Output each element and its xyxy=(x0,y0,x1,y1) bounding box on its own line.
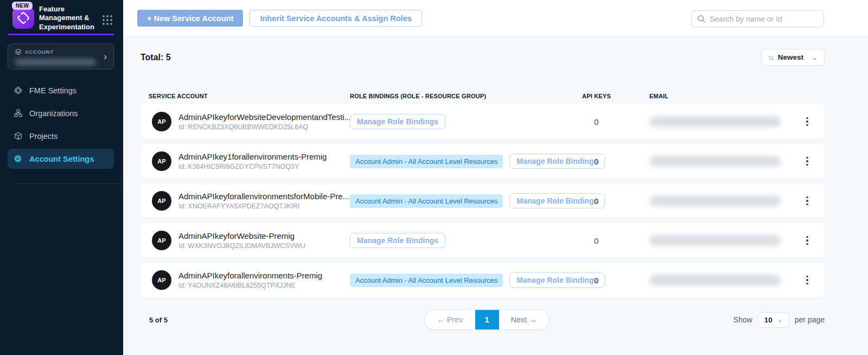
brand-header: NEW Feature Management & Experimentation xyxy=(0,0,123,34)
email-redacted xyxy=(649,116,781,127)
chevron-down-icon: ⌄ xyxy=(777,316,783,324)
sort-selected-value: Newest xyxy=(778,53,803,61)
service-account-id: Id: RENCKBZ3XQ6UBBWWEDKD25L6AQ xyxy=(178,123,350,131)
avatar: AP xyxy=(152,270,171,290)
search-box xyxy=(691,10,824,27)
role-badge: Account Admin - All Account Level Resour… xyxy=(350,194,503,208)
manage-role-bindings-button[interactable]: Manage Role Bindings xyxy=(350,114,445,129)
service-account-name: AdminAPIkeyforWebsiteDevelopmentandTesti… xyxy=(178,112,350,122)
new-service-account-button[interactable]: + New Service Account xyxy=(137,10,243,27)
avatar: AP xyxy=(152,191,171,211)
api-keys-count: 0 xyxy=(582,157,649,166)
page-size-control: Show 10 ⌄ per page xyxy=(550,312,825,328)
role-badge: Account Admin - All Account Level Resour… xyxy=(350,274,503,287)
chevron-right-icon: › xyxy=(104,52,107,61)
column-email: EMAIL xyxy=(649,93,792,99)
sidebar-item-label: Account Settings xyxy=(29,155,94,163)
role-bindings-cell: Manage Role Bindings xyxy=(350,233,582,248)
list-footer: 5 of 5 ← Prev 1 Next → Show 10 ⌄ per pag… xyxy=(141,309,825,330)
account-label: ACCOUNT xyxy=(25,49,54,55)
list-toolbar: Total: 5 ↑↓ Newest ⌄ xyxy=(141,49,825,66)
page-size-value: 10 xyxy=(764,316,773,324)
sidebar-item-label: Organizations xyxy=(29,109,78,118)
column-service-account: SERVICE ACCOUNT xyxy=(149,93,350,99)
column-api-keys: API KEYS xyxy=(582,93,649,99)
next-page-button[interactable]: Next → xyxy=(499,309,549,330)
role-bindings-cell: Account Admin - All Account Level Resour… xyxy=(350,193,582,208)
search-input[interactable] xyxy=(710,15,818,23)
gear-icon: ⚙ xyxy=(13,155,23,163)
role-bindings-cell: Manage Role Bindings xyxy=(350,114,582,129)
page-size-select[interactable]: 10 ⌄ xyxy=(758,312,789,328)
service-account-name: AdminAPIkeyforWebsite-Premig xyxy=(178,231,305,240)
result-summary: 5 of 5 xyxy=(141,316,424,324)
service-account-cell: AP AdminAPIkeyforallenvironments-Premig … xyxy=(149,270,350,290)
service-account-id: Id: Y4OUNXZ46A6IBL6255QTPXJJNE xyxy=(178,282,322,289)
manage-role-bindings-button[interactable]: Manage Role Bindings xyxy=(350,233,445,248)
sidebar-item-projects[interactable]: Projects xyxy=(8,126,114,146)
sort-dropdown[interactable]: ↑↓ Newest ⌄ xyxy=(761,49,825,66)
service-account-cell: AP AdminAPIkey1forallenvironments-Premig… xyxy=(149,151,350,171)
row-actions-kebab-icon[interactable] xyxy=(801,154,814,169)
page-number-button[interactable]: 1 xyxy=(475,309,499,330)
service-account-name: AdminAPIkeyforallenvironments-Premig xyxy=(178,271,322,280)
row-actions-kebab-icon[interactable] xyxy=(801,114,814,129)
service-account-cell: AP AdminAPIkeyforWebsite-Premig Id: WXK3… xyxy=(149,231,350,250)
avatar: AP xyxy=(152,112,171,131)
sidebar-item-account-settings[interactable]: ⚙ Account Settings xyxy=(8,149,114,169)
table-row: AP AdminAPIkey1forallenvironments-Premig… xyxy=(141,144,825,179)
layers-icon xyxy=(15,48,22,55)
nav-divider xyxy=(15,183,122,184)
product-title: Feature Management & Experimentation xyxy=(39,5,100,31)
row-actions-kebab-icon[interactable] xyxy=(801,272,814,288)
api-keys-count: 0 xyxy=(582,117,649,126)
service-account-cell: AP AdminAPIkeyforWebsiteDevelopmentandTe… xyxy=(149,112,350,131)
role-bindings-cell: Account Admin - All Account Level Resour… xyxy=(350,272,582,288)
sidebar-nav: FME Settings Organizations Projects xyxy=(8,80,114,172)
prev-page-button[interactable]: ← Prev xyxy=(425,309,475,330)
service-account-name: AdminAPIkey1forallenvironments-Premig xyxy=(178,152,327,161)
role-bindings-cell: Account Admin - All Account Level Resour… xyxy=(350,154,582,169)
table-row: AP AdminAPIkeyforallenvironmentsforMobil… xyxy=(141,183,825,218)
sidebar: NEW Feature Management & Experimentation xyxy=(0,0,123,355)
sidebar-item-label: FME Settings xyxy=(29,86,76,95)
sort-arrows-icon: ↑↓ xyxy=(768,53,773,61)
email-redacted xyxy=(649,156,781,167)
fme-logo-icon xyxy=(12,7,34,29)
service-account-name: AdminAPIkeyforallenvironmentsforMobile-P… xyxy=(178,192,349,201)
account-switcher[interactable]: ACCOUNT › xyxy=(8,43,114,69)
email-redacted xyxy=(649,195,781,206)
avatar: AP xyxy=(152,231,171,250)
table-row: AP AdminAPIkeyforWebsiteDevelopmentandTe… xyxy=(141,104,825,139)
service-account-id: Id: K364HIC5RI6GZGYCPVST7NOQ3Y xyxy=(178,163,327,170)
row-actions-kebab-icon[interactable] xyxy=(801,193,814,208)
cube-icon xyxy=(13,131,23,141)
email-redacted xyxy=(649,235,781,246)
chevron-down-icon: ⌄ xyxy=(812,53,818,61)
search-icon xyxy=(697,15,705,23)
table-row: AP AdminAPIkeyforallenvironments-Premig … xyxy=(141,263,825,297)
api-keys-count: 0 xyxy=(582,276,649,285)
table-row: AP AdminAPIkeyforWebsite-Premig Id: WXK3… xyxy=(141,223,825,258)
table-header: SERVICE ACCOUNT ROLE BINDINGS (ROLE - RE… xyxy=(141,93,825,99)
organizations-icon xyxy=(13,109,23,118)
sidebar-item-fme-settings[interactable]: FME Settings xyxy=(8,80,114,100)
account-name-redacted xyxy=(15,59,96,66)
row-actions-kebab-icon[interactable] xyxy=(801,233,814,248)
page-actions-bar: + New Service Account Inherit Service Ac… xyxy=(123,0,868,37)
app-switcher-grid-icon[interactable] xyxy=(101,14,113,26)
total-count: Total: 5 xyxy=(141,53,171,62)
service-account-id: Id: XNOERAFYYA5XPDEZ7AOQTJKIRI xyxy=(178,202,349,210)
inherit-service-accounts-button[interactable]: Inherit Service Accounts & Assign Roles xyxy=(250,10,422,27)
service-account-cell: AP AdminAPIkeyforallenvironmentsforMobil… xyxy=(149,191,350,211)
api-keys-count: 0 xyxy=(582,196,649,206)
api-keys-count: 0 xyxy=(582,236,649,245)
sidebar-item-organizations[interactable]: Organizations xyxy=(8,103,114,123)
email-redacted xyxy=(649,275,781,286)
column-role-bindings: ROLE BINDINGS (ROLE - RESOURCE GROUP) xyxy=(350,93,582,99)
brand-divider xyxy=(8,34,114,35)
per-page-label: per page xyxy=(795,315,825,324)
avatar: AP xyxy=(152,151,171,171)
service-account-id: Id: WXK3NVOJBQZILIDMAVBJWCSVWU xyxy=(178,242,305,250)
fme-settings-icon xyxy=(13,86,23,95)
